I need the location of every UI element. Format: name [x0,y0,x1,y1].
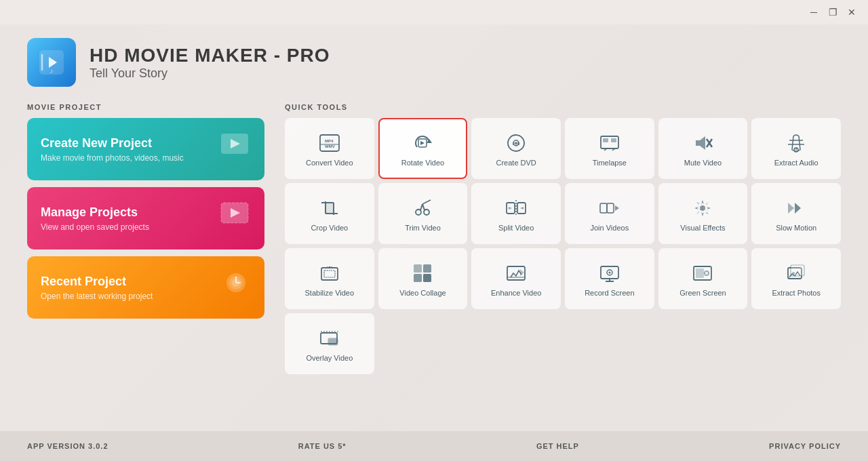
minimize-button[interactable]: ─ [804,3,823,22]
svg-rect-50 [600,203,607,213]
svg-rect-82 [328,338,338,345]
app-title: HD MOVIE MAKER - PRO [90,45,330,66]
green-screen-icon [692,262,713,284]
convert-video-label: Convert Video [306,158,353,167]
overlay-video-icon [319,327,340,349]
footer: APP VERSION 3.0.2 RATE US 5* GET HELP PR… [0,431,868,461]
svg-marker-16 [427,139,432,143]
mute-video-tool[interactable]: Mute Video [658,118,748,179]
rotate-video-label: Rotate Video [401,158,444,167]
svg-marker-52 [615,205,619,211]
slow-motion-icon [785,197,807,219]
svg-rect-25 [611,138,616,142]
header: ♪ HD MOVIE MAKER - PRO Tell Your Story [27,24,841,103]
svg-line-43 [422,204,425,210]
restore-button[interactable]: ❐ [823,3,842,22]
create-dvd-label: Create DVD [496,158,536,167]
manage-desc: View and open saved projects [41,222,149,232]
svg-marker-54 [788,203,794,214]
overlay-video-tool[interactable]: Overlay Video [285,313,374,374]
body-row: MOVIE PROJECT Create New Project Make mo… [27,103,841,431]
video-collage-icon [412,262,433,284]
svg-rect-23 [601,136,618,148]
recent-desc: Open the latest working project [41,292,153,301]
title-bar: ─ ❐ ✕ [0,0,868,24]
trim-video-label: Trim Video [405,223,441,233]
help-label[interactable]: GET HELP [536,442,579,450]
crop-video-label: Crop Video [311,223,348,233]
visual-effects-tool[interactable]: Visual Effects [658,183,748,244]
app-logo: ♪ [27,38,76,87]
extract-photos-tool[interactable]: Extract Photos [751,248,841,309]
svg-point-41 [424,209,429,215]
video-collage-tool[interactable]: Video Collage [378,248,468,309]
svg-rect-74 [696,268,704,278]
extract-photos-label: Extract Photos [772,288,821,298]
overlay-video-label: Overlay Video [306,353,353,363]
create-dvd-icon: DVD [505,132,527,154]
svg-text:DVD: DVD [513,142,520,146]
create-dvd-tool[interactable]: DVD Create DVD [471,118,561,179]
extract-photos-icon [785,262,807,284]
right-panel: QUICK TOOLS MP4 WMV Convert Video [285,103,841,431]
privacy-label[interactable]: PRIVACY POLICY [769,442,841,450]
video-collage-label: Video Collage [399,288,446,298]
svg-rect-63 [414,274,422,282]
svg-rect-64 [423,274,431,282]
create-new-project-card[interactable]: Create New Project Make movie from photo… [27,118,264,180]
svg-line-59 [327,267,330,268]
record-screen-icon [599,262,620,284]
close-button[interactable]: ✕ [842,3,861,22]
convert-video-tool[interactable]: MP4 WMV Convert Video [285,118,374,179]
timelapse-icon [599,132,620,154]
crop-video-tool[interactable]: Crop Video [285,183,374,244]
manage-icon [218,197,254,239]
enhance-video-tool[interactable]: Enhance Video [471,248,561,309]
svg-rect-57 [324,270,335,277]
split-video-tool[interactable]: Split Video [471,183,561,244]
record-screen-tool[interactable]: Record Screen [565,248,654,309]
header-text: HD MOVIE MAKER - PRO Tell Your Story [90,45,330,81]
enhance-video-icon [505,262,527,284]
green-screen-label: Green Screen [679,288,726,298]
svg-text:♪: ♪ [50,67,54,75]
stabilize-video-tool[interactable]: Stabilize Video [285,248,374,309]
svg-line-44 [422,200,431,204]
manage-projects-card[interactable]: Manage Projects View and open saved proj… [27,187,264,249]
trim-video-tool[interactable]: Trim Video [378,183,468,244]
join-videos-label: Join Videos [590,223,629,233]
slow-motion-tool[interactable]: Slow Motion [751,183,841,244]
version-label: APP VERSION 3.0.2 [27,442,108,450]
recent-title: Recent Project [41,275,153,289]
extract-audio-label: Extract Audio [774,158,818,167]
recent-project-card[interactable]: Recent Project Open the latest working p… [27,256,264,319]
svg-rect-61 [414,264,422,273]
rotate-video-icon [412,132,433,154]
join-videos-tool[interactable]: Join Videos [565,183,654,244]
svg-line-60 [330,267,332,268]
crop-video-icon [319,197,340,219]
convert-video-icon: MP4 WMV [319,132,340,154]
join-videos-icon [599,197,620,219]
svg-point-40 [416,209,421,215]
split-video-label: Split Video [498,223,534,233]
timelapse-tool[interactable]: Timelapse [565,118,654,179]
svg-marker-49 [520,207,524,209]
rate-label[interactable]: RATE US 5* [298,442,347,450]
svg-rect-12 [320,135,339,151]
stabilize-video-icon [319,262,340,284]
svg-text:MP4: MP4 [325,139,334,143]
rotate-video-tool[interactable]: Rotate Video [378,118,468,179]
mute-video-icon [692,132,713,154]
recent-icon [218,266,254,308]
svg-rect-51 [607,203,614,213]
svg-marker-55 [795,203,801,214]
extract-audio-tool[interactable]: Extract Audio [751,118,841,179]
extract-audio-icon [785,132,807,154]
enhance-video-label: Enhance Video [491,288,541,298]
quick-tools-label: QUICK TOOLS [285,103,841,111]
svg-text:WMV: WMV [325,144,335,148]
visual-effects-label: Visual Effects [680,223,725,233]
svg-rect-39 [326,203,334,214]
green-screen-tool[interactable]: Green Screen [658,248,748,309]
